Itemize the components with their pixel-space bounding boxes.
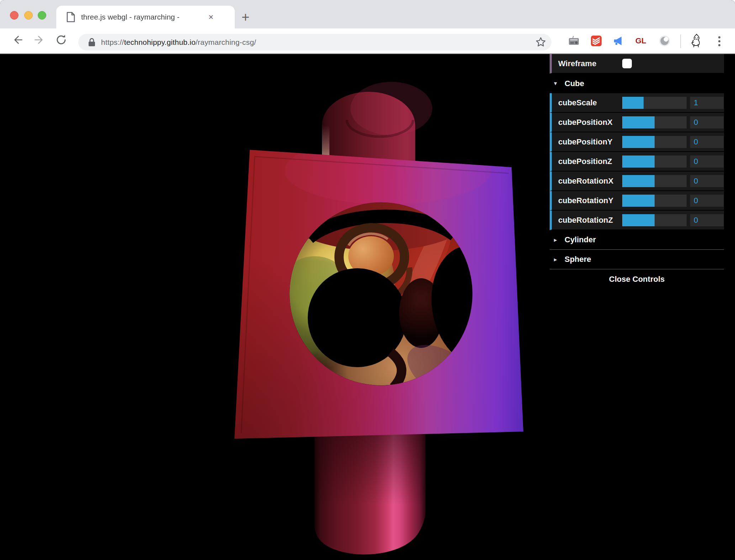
slider-row-cubeRotationX: cubeRotationX 0 [550, 171, 724, 191]
bookmark-star-icon[interactable] [535, 36, 546, 48]
reload-icon[interactable] [55, 33, 68, 46]
new-tab-button[interactable]: + [238, 9, 253, 25]
tab-title: three.js webgl - raymarching - [81, 13, 180, 21]
lock-icon [88, 38, 96, 47]
page-icon [66, 12, 75, 22]
slider-row-cubeScale: cubeScale 1 [550, 93, 724, 113]
url-text: https://technohippy.github.io/raymarchin… [101, 38, 256, 47]
chevron-down-icon: ▾ [550, 80, 565, 87]
browser-menu-icon[interactable] [714, 34, 724, 48]
mascot-extension-icon[interactable] [689, 33, 704, 49]
cubeRotationZ-value-input[interactable]: 0 [690, 214, 724, 226]
radio-extension-icon[interactable] [568, 35, 580, 47]
cubeRotationX-slider[interactable] [622, 175, 687, 187]
cubePositionY-value-input[interactable]: 0 [690, 136, 724, 148]
slider-fill [622, 97, 644, 109]
slider-label: cubeRotationY [552, 196, 619, 205]
cubeRotationZ-slider[interactable] [622, 214, 687, 226]
slider-fill [622, 116, 655, 128]
toolbar-divider [680, 35, 681, 48]
wireframe-row[interactable]: Wireframe [550, 54, 724, 74]
slider-label: cubePositionZ [552, 157, 619, 166]
slider-label: cubeRotationX [552, 176, 619, 186]
browser-tab[interactable]: three.js webgl - raymarching - × [56, 6, 235, 28]
bottom-cylinder [314, 433, 425, 554]
cubeRotationX-value-input[interactable]: 0 [690, 175, 724, 187]
slider-row-cubePositionY: cubePositionY 0 [550, 132, 724, 152]
back-icon[interactable] [11, 33, 23, 46]
tab-strip: three.js webgl - raymarching - × + [0, 0, 735, 28]
wireframe-checkbox[interactable] [622, 59, 632, 68]
forward-icon[interactable] [33, 33, 46, 46]
folder-cylinder-label: Cylinder [565, 235, 596, 244]
folder-cube[interactable]: ▾ Cube [550, 74, 724, 93]
slider-fill [622, 155, 655, 168]
cubePositionY-slider[interactable] [622, 136, 687, 148]
chevron-right-icon: ▸ [550, 236, 565, 244]
folder-sphere-label: Sphere [565, 255, 591, 264]
cubePositionZ-slider[interactable] [622, 155, 687, 168]
cubeScale-value-input[interactable]: 1 [690, 97, 724, 109]
url-path: /raymarching-csg/ [196, 38, 256, 46]
close-controls-button[interactable]: Close Controls [550, 269, 724, 289]
slider-row-cubeRotationY: cubeRotationY 0 [550, 191, 724, 211]
window-minimize-button[interactable] [24, 11, 33, 20]
browser-toolbar: https://technohippy.github.io/raymarchin… [0, 28, 735, 54]
slider-fill [622, 175, 655, 187]
wireframe-label: Wireframe [552, 59, 619, 68]
chevron-right-icon: ▸ [550, 256, 565, 263]
slider-row-cubePositionZ: cubePositionZ 0 [550, 152, 724, 171]
todoist-extension-icon[interactable] [590, 35, 602, 47]
gl-extension-icon[interactable]: GL [635, 36, 646, 46]
cubePositionX-slider[interactable] [622, 116, 687, 128]
browser-window: three.js webgl - raymarching - × + [0, 0, 735, 560]
url-scheme: https:// [101, 38, 124, 46]
slider-fill [622, 214, 655, 226]
slider-label: cubeScale [552, 98, 619, 107]
slider-label: cubePositionY [552, 137, 619, 147]
slider-row-cubeRotationZ: cubeRotationZ 0 [550, 211, 724, 230]
slider-fill [622, 195, 655, 207]
window-close-button[interactable] [10, 11, 18, 20]
tab-close-icon[interactable]: × [208, 13, 213, 21]
megaphone-extension-icon[interactable] [612, 35, 624, 47]
slider-label: cubePositionX [552, 118, 619, 127]
url-domain: technohippy.github.io [124, 38, 196, 46]
cubeRotationY-value-input[interactable]: 0 [690, 195, 724, 207]
slider-label: cubeRotationZ [552, 216, 619, 225]
cubePositionX-value-input[interactable]: 0 [690, 116, 724, 128]
ball-extension-icon[interactable] [659, 35, 671, 47]
folder-sphere[interactable]: ▸ Sphere [550, 250, 724, 269]
folder-cube-label: Cube [565, 79, 584, 88]
address-bar[interactable]: https://technohippy.github.io/raymarchin… [78, 34, 551, 51]
folder-cylinder[interactable]: ▸ Cylinder [550, 230, 724, 250]
window-zoom-button[interactable] [38, 11, 46, 20]
datgui-panel: Wireframe ▾ Cube cubeScale 1 cubePositio… [550, 54, 724, 289]
gl-extension-label: GL [635, 36, 646, 46]
tab-title-container: three.js webgl - raymarching - [81, 13, 206, 21]
cubeRotationY-slider[interactable] [622, 195, 687, 207]
cubePositionZ-value-input[interactable]: 0 [690, 155, 724, 168]
cubeScale-slider[interactable] [622, 97, 687, 109]
page-content: Wireframe ▾ Cube cubeScale 1 cubePositio… [0, 54, 735, 560]
slider-fill [622, 136, 655, 148]
slider-row-cubePositionX: cubePositionX 0 [550, 113, 724, 132]
